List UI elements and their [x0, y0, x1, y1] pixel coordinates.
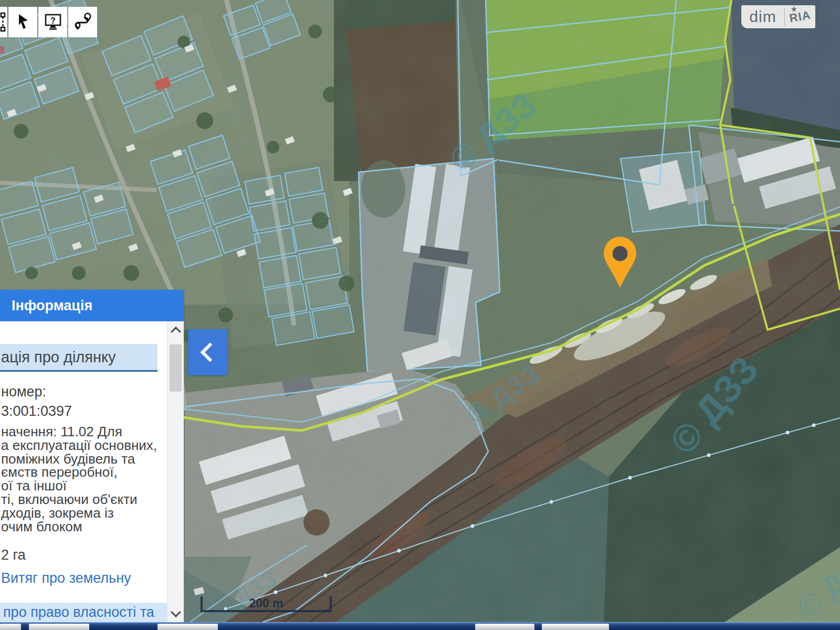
taskbar-button[interactable]: [158, 624, 218, 630]
cursor-icon: [14, 13, 33, 32]
taskbar: [0, 622, 840, 630]
panel-collapse-button[interactable]: [188, 329, 228, 375]
cadastral-map-app: © ДЗЗ © ДЗЗ © ДЗЗ © ДЗЗ © ДЗЗ: [0, 0, 840, 630]
scale-bar: 200 m: [201, 596, 332, 612]
star-icon: ★: [791, 5, 797, 13]
cadastral-number-value: 3:001:0397: [1, 403, 72, 419]
scroll-up-button[interactable]: [167, 321, 184, 339]
taskbar-button[interactable]: [0, 624, 21, 630]
map-toolbar: ?: [0, 7, 97, 37]
taskbar-button[interactable]: [29, 624, 89, 630]
info-tool-button[interactable]: ?: [38, 7, 67, 37]
measure-icon: [0, 12, 7, 33]
parcel-info-section-title[interactable]: ація про ділянку: [0, 344, 158, 372]
scrollbar-thumb[interactable]: [170, 344, 182, 392]
chevron-left-icon: [201, 343, 220, 362]
taskbar-button[interactable]: [475, 624, 534, 630]
ownership-link[interactable]: про право власності та: [0, 603, 167, 622]
extract-link[interactable]: Витяг про земельну: [1, 570, 131, 586]
purpose-line: очим блоком: [1, 520, 157, 534]
area-value: 2 га: [1, 547, 26, 563]
info-panel-header: Інформація: [0, 290, 184, 321]
panel-scrollbar[interactable]: [167, 321, 184, 622]
measure-tool-button[interactable]: [0, 7, 7, 37]
svg-text:?: ?: [50, 16, 56, 25]
scale-label: 200 m: [249, 596, 283, 611]
info-panel-body: ація про ділянку номер: 3:001:0397 начен…: [0, 321, 167, 622]
cadastral-number-label: номер:: [1, 384, 46, 400]
route-tool-button[interactable]: [68, 7, 97, 37]
chevron-up-icon: [171, 327, 181, 337]
cursor-tool-button[interactable]: [8, 7, 37, 37]
route-icon: [73, 12, 93, 32]
help-monitor-icon: ?: [43, 12, 63, 32]
purpose-line: а експлуатації основних,: [1, 439, 157, 453]
dim-label: dim: [741, 8, 784, 26]
ria-label: ★ RIA: [784, 7, 816, 26]
purpose-line: начення: 11.02 Для: [1, 425, 157, 439]
scroll-down-button[interactable]: [167, 604, 184, 622]
purpose-line: дходів, зокрема із: [1, 507, 157, 520]
dim-ria-logo[interactable]: dim ★ RIA: [741, 5, 815, 28]
chevron-down-icon: [171, 607, 181, 617]
taskbar-button[interactable]: [542, 624, 609, 630]
purpose-paragraph: начення: 11.02 Для а експлуатації основн…: [1, 425, 157, 533]
purpose-line: ті, включаючи об'єкти: [1, 493, 157, 507]
